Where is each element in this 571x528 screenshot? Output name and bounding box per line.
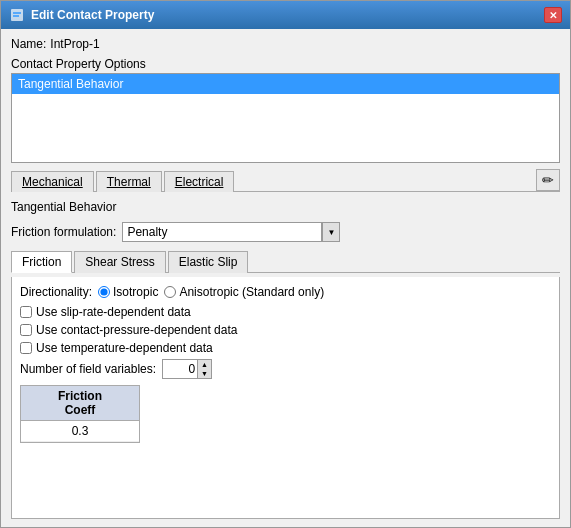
friction-formulation-dropdown-container: ▼ [122,222,340,242]
table-header-friction-coeff: FrictionCoeff [21,386,139,421]
directionality-label: Directionality: [20,285,92,299]
title-text: Edit Contact Property [31,8,154,22]
radio-isotropic-input[interactable] [98,286,110,298]
checkbox-temperature-input[interactable] [20,342,32,354]
name-value: IntProp-1 [50,37,99,51]
field-variables-row: Number of field variables: ▲ ▼ [20,359,551,379]
checkbox-temperature: Use temperature-dependent data [20,341,551,355]
inner-content: Directionality: Isotropic Anisotropic (S… [11,277,560,519]
radio-anisotropic-input[interactable] [164,286,176,298]
contact-property-options-section: Contact Property Options Tangential Beha… [11,57,560,163]
tab-mechanical-label: Mechanical [22,175,83,189]
main-tabs-row: Mechanical Thermal Electrical ✏ [11,169,560,192]
friction-formulation-row: Friction formulation: ▼ [11,222,560,242]
friction-coeff-table: FrictionCoeff 0.3 [20,385,140,443]
friction-formulation-label: Friction formulation: [11,225,116,239]
tangential-behavior-title: Tangential Behavior [11,200,560,214]
close-button[interactable]: ✕ [544,7,562,23]
checkbox-contact-pressure-input[interactable] [20,324,32,336]
radio-isotropic[interactable]: Isotropic [98,285,158,299]
radio-anisotropic[interactable]: Anisotropic (Standard only) [164,285,324,299]
tabs-left: Mechanical Thermal Electrical [11,170,236,191]
tab-electrical-label: Electrical [175,175,224,189]
checkbox-contact-pressure-label: Use contact-pressure-dependent data [36,323,237,337]
radio-anisotropic-label: Anisotropic (Standard only) [179,285,324,299]
checkbox-temperature-label: Use temperature-dependent data [36,341,213,355]
checkbox-slip-rate: Use slip-rate-dependent data [20,305,551,319]
edit-contact-property-window: Edit Contact Property ✕ Name: IntProp-1 … [0,0,571,528]
title-bar: Edit Contact Property ✕ [1,1,570,29]
tab-thermal[interactable]: Thermal [96,171,162,192]
field-variables-spinner-up[interactable]: ▲ [197,360,211,369]
field-variables-spinner: ▲ ▼ [162,359,212,379]
table-cell-0-0[interactable]: 0.3 [21,421,139,442]
title-bar-left: Edit Contact Property [9,7,154,23]
contact-property-options-label: Contact Property Options [11,57,560,71]
friction-formulation-input[interactable] [122,222,322,242]
checkbox-slip-rate-label: Use slip-rate-dependent data [36,305,191,319]
field-variables-label: Number of field variables: [20,362,156,376]
tangential-behavior-section: Tangential Behavior Friction formulation… [11,198,560,519]
tab-mechanical[interactable]: Mechanical [11,171,94,192]
inner-tab-shear-stress[interactable]: Shear Stress [74,251,165,273]
friction-formulation-dropdown-btn[interactable]: ▼ [322,222,340,242]
directionality-row: Directionality: Isotropic Anisotropic (S… [20,285,551,299]
name-label: Name: [11,37,46,51]
field-variables-spinner-down[interactable]: ▼ [197,369,211,378]
tab-electrical[interactable]: Electrical [164,171,235,192]
options-item-tangential-behavior[interactable]: Tangential Behavior [12,74,559,94]
window-content: Name: IntProp-1 Contact Property Options… [1,29,570,527]
inner-tab-elastic-slip[interactable]: Elastic Slip [168,251,249,273]
checkbox-contact-pressure: Use contact-pressure-dependent data [20,323,551,337]
name-row: Name: IntProp-1 [11,37,560,51]
inner-tabs: Friction Shear Stress Elastic Slip [11,250,560,273]
field-variables-spinner-btns: ▲ ▼ [197,360,211,378]
window-icon [9,7,25,23]
radio-isotropic-label: Isotropic [113,285,158,299]
inner-tab-friction[interactable]: Friction [11,251,72,273]
options-list: Tangential Behavior [11,73,560,163]
checkbox-slip-rate-input[interactable] [20,306,32,318]
tab-thermal-label: Thermal [107,175,151,189]
field-variables-input[interactable] [163,360,197,378]
edit-icon-button[interactable]: ✏ [536,169,560,191]
svg-rect-0 [11,9,23,21]
